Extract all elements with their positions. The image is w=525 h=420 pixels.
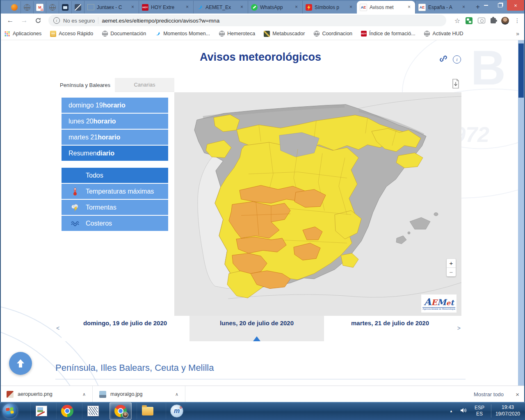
info-icon[interactable]: i [453,55,461,64]
tab-canarias[interactable]: Canarias [115,78,174,92]
date-domingo-19[interactable]: domingo, 19 de julio de 2020 [62,316,189,341]
page-info-icon[interactable]: i [53,17,60,24]
tab-simbolos[interactable]: Símbolos p × [302,1,357,14]
tab-label: Juntaex - C [97,5,127,10]
browser-menu-icon[interactable]: ⋮ [514,17,520,24]
folder-icon [142,407,153,415]
bookmark-hemeroteca[interactable]: Hemeroteca [219,31,255,37]
close-tab-icon[interactable]: × [293,4,299,10]
taskbar-m-app-button[interactable]: mD [166,403,187,419]
pinned-tab-tv[interactable] [59,1,71,14]
bookmark-momentos[interactable]: Momentos Momen... [155,31,210,37]
spain-warning-map[interactable]: + − AEMet Agencia Estatal de Meteorologí… [174,92,461,316]
filter-costeros[interactable]: Costeros [62,216,168,231]
site-icon [264,31,270,37]
back-button[interactable]: ← [3,15,17,26]
bookmarks-overflow-button[interactable]: » [516,30,525,37]
download-item-mayoralgo[interactable]: mayoralgo.jpg ∧ [93,386,185,402]
bookmark-activate-hud[interactable]: Activate HUD [424,31,463,37]
bookmark-aplicaciones[interactable]: Aplicaciones [4,31,41,37]
scroll-to-top-button[interactable] [9,352,32,375]
bookmark-indice[interactable]: HOY Índice de formació... [361,31,415,37]
toolbar-icons: ☆ ⋮ [450,17,525,25]
bookmark-star-icon[interactable]: ☆ [454,17,460,25]
bookmark-documentacion[interactable]: Documentación [102,31,146,37]
day-button-martes-21[interactable]: martes 21 horario [62,130,168,145]
taskbar-chrome-button[interactable] [56,403,78,419]
taskbar-paint-button[interactable] [30,403,52,419]
zoom-out-button[interactable]: − [447,267,456,276]
minimize-button[interactable] [479,0,493,11]
tab-aemet-twitter[interactable]: AEMET_Ex × [193,1,248,14]
url-text: aemet.es/es/eltiempo/prediccion/avisos?w… [102,18,219,24]
taskbar-explorer-button[interactable] [137,403,158,419]
pen-icon [75,4,81,11]
start-button[interactable] [1,402,19,420]
zoom-in-button[interactable]: + [447,259,456,267]
reload-button[interactable] [31,15,45,26]
bookmark-acceso-rapido[interactable]: Acceso Rápido [50,31,93,37]
pinned-tab-globe-2[interactable] [46,1,59,14]
download-item-aeropuerto[interactable]: aeropuerto.png ∧ [0,386,93,402]
bookmark-coordinacion[interactable]: Coordinacion [313,31,352,37]
pinned-tab-globe-1[interactable] [21,1,33,14]
close-tab-icon[interactable]: × [184,4,190,10]
forward-button[interactable]: → [17,15,31,26]
chrome-icon [61,405,73,417]
day-button-lunes-20[interactable]: lunes 20 horario [62,114,168,129]
waves-icon [71,219,80,228]
tab-avisos-active[interactable]: AE Avisos met × [357,1,415,14]
filter-tormentas[interactable]: Tormentas [62,200,168,215]
extension-icon[interactable] [466,17,472,24]
next-day-arrow[interactable]: > [457,325,461,331]
download-menu-chevron-icon[interactable]: ∧ [175,392,181,397]
restore-button[interactable] [493,0,507,11]
tab-whatsapp[interactable]: WhatsApp × [248,1,302,14]
tab-espana[interactable]: AE España - A × [415,1,470,14]
day-button-domingo-19[interactable]: domingo 19 horario [62,98,168,113]
pinned-tab-gmail[interactable]: M11 [33,1,46,14]
tab-juntaex[interactable]: Juntaex - C × [84,1,139,14]
tab-label: AEMET_Ex [205,5,236,10]
aemet-logo-subtext: Agencia Estatal de Meteorología [422,307,455,310]
filter-temperaturas-maximas[interactable]: Temperaturas máximas [62,184,168,199]
show-all-downloads-button[interactable]: Mostrar todo [474,391,504,397]
date-martes-21[interactable]: martes, 21 de julio de 2020 [325,316,455,341]
close-downloads-bar-icon[interactable]: × [516,391,519,398]
scrollbar-thumb[interactable] [518,43,524,98]
profile-avatar[interactable] [501,17,509,25]
filter-todos[interactable]: Todos [62,168,168,183]
bookmark-label: Aplicaciones [13,31,41,37]
download-map-button[interactable] [451,79,460,89]
pinned-tab-browser[interactable] [8,1,21,14]
close-tab-icon[interactable]: × [130,4,136,10]
close-tab-icon[interactable]: × [239,4,245,10]
bookmark-label: Activate HUD [433,31,463,37]
tab-label: HOY Extre [151,5,182,10]
download-menu-chevron-icon[interactable]: ∧ [82,392,88,397]
language-indicator[interactable]: ESP ES [470,405,488,417]
tray-expand-icon[interactable]: ▲ [445,409,457,413]
address-bar[interactable]: i No es seguro aemet.es/es/eltiempo/pred… [48,15,446,26]
pinned-tab-notes[interactable] [71,1,84,14]
prev-day-arrow[interactable]: < [56,325,59,331]
volume-icon[interactable] [457,407,470,415]
tab-hoy[interactable]: HOY HOY Extre × [139,1,193,14]
close-tab-icon[interactable]: × [348,4,354,10]
extensions-puzzle-icon[interactable] [491,18,496,23]
taskbar-app-button[interactable] [82,403,104,419]
taskbar-chrome-active-button[interactable] [110,402,132,420]
close-tab-icon[interactable]: × [406,4,412,10]
clock[interactable]: 19:43 19/07/2020 [491,404,525,417]
close-window-button[interactable]: × [507,0,524,11]
selected-day-marker [253,336,260,341]
page-scrollbar[interactable] [518,40,524,386]
lightning-icon [306,4,312,11]
tab-peninsula-baleares[interactable]: Península y Baleares [55,78,115,92]
permalink-icon[interactable] [439,54,448,65]
close-tab-icon[interactable]: × [461,4,467,10]
bookmark-metabuscador[interactable]: Metabuscador [264,31,305,37]
day-button-resumen-diario[interactable]: Resumen diario [62,146,168,161]
bookmark-label: Acceso Rápido [59,31,93,37]
camera-icon[interactable] [478,18,485,23]
